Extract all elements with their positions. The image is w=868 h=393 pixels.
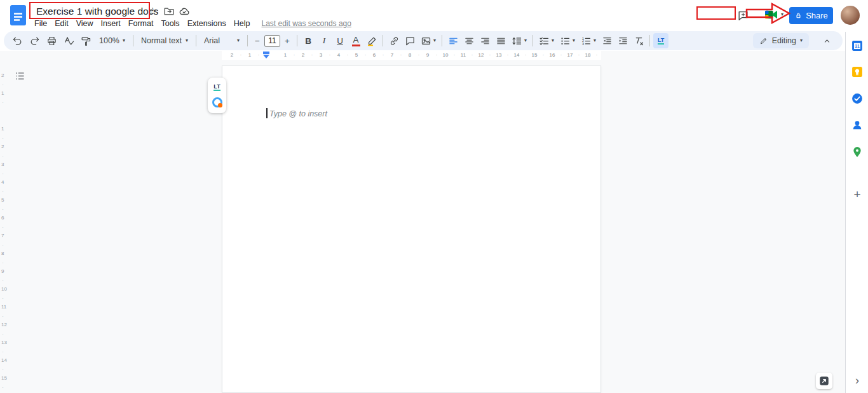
bold-button[interactable]: B <box>301 32 316 49</box>
paint-format-button[interactable] <box>78 32 94 49</box>
insert-comment-button[interactable] <box>402 32 417 49</box>
document-outline-button[interactable] <box>11 67 28 84</box>
undo-icon <box>12 36 23 46</box>
increase-indent-button[interactable] <box>615 32 630 49</box>
menu-insert[interactable]: Insert <box>97 17 125 30</box>
insert-image-button[interactable]: ▾ <box>418 32 438 49</box>
sidebar-item-contacts[interactable] <box>851 119 864 132</box>
star-icon[interactable]: ☆ <box>148 5 157 17</box>
ruler-mark: 6 <box>1 216 4 221</box>
explore-button[interactable] <box>816 373 832 389</box>
sidebar-item-keep[interactable] <box>851 66 864 78</box>
sidebar-item-maps[interactable] <box>851 146 864 158</box>
text-color-button[interactable]: A <box>348 32 363 49</box>
underline-button[interactable]: U <box>332 32 348 49</box>
align-right-button[interactable] <box>477 32 492 49</box>
menu-view[interactable]: View <box>72 17 97 30</box>
doc-title[interactable]: Exercise 1 with google docs <box>34 4 161 18</box>
ruler-mark: 7 <box>1 233 4 238</box>
align-left-button[interactable] <box>445 32 461 49</box>
ruler-mark: 7 <box>391 52 393 59</box>
lock-icon <box>794 11 803 20</box>
checklist-button[interactable]: ▾ <box>536 32 557 49</box>
line-spacing-button[interactable]: ▾ <box>509 32 529 49</box>
share-label: Share <box>806 11 828 20</box>
spellcheck-button[interactable] <box>60 32 77 49</box>
highlighter-icon <box>367 36 377 46</box>
align-center-button[interactable] <box>461 32 477 49</box>
sidebar-item-tasks[interactable] <box>851 92 864 105</box>
open-comments-button[interactable] <box>734 6 752 24</box>
ruler-mark: 14 <box>1 358 7 363</box>
svg-text:31: 31 <box>855 44 860 48</box>
bulleted-list-button[interactable]: ▾ <box>557 32 578 49</box>
align-left-icon <box>448 36 459 46</box>
ruler-tick: · <box>2 278 4 283</box>
ruler-mark: 14 <box>514 52 520 59</box>
redo-button[interactable] <box>26 32 43 49</box>
increase-indent-icon <box>618 36 628 46</box>
caret-down-icon: ▾ <box>573 38 575 43</box>
document-page[interactable]: Type @ to insert <box>222 66 601 393</box>
collapse-toolbar-button[interactable] <box>818 32 835 49</box>
decrease-font-size-button[interactable]: − <box>251 32 264 49</box>
hide-side-panel-button[interactable]: › <box>851 374 864 387</box>
move-folder-icon <box>163 6 175 17</box>
print-icon <box>46 36 57 46</box>
line-spacing-icon <box>512 36 522 46</box>
share-button[interactable]: Share <box>789 7 833 24</box>
zoom-select[interactable]: 100% ▾ <box>95 32 130 49</box>
numbered-list-button[interactable]: 123 ▾ <box>578 32 599 49</box>
italic-button[interactable]: I <box>316 32 332 49</box>
decrease-indent-button[interactable] <box>599 32 614 49</box>
undo-button[interactable] <box>9 32 25 49</box>
font-value: Arial <box>204 36 220 45</box>
menu-edit[interactable]: Edit <box>51 17 72 30</box>
first-line-indent-marker[interactable] <box>263 52 269 54</box>
ruler-mark: 2 <box>231 52 233 59</box>
toolbar-divider <box>383 35 383 46</box>
docs-logo-icon[interactable] <box>10 4 27 26</box>
languagetool-button[interactable]: LT <box>653 33 668 48</box>
ruler-tick: · <box>294 51 295 59</box>
mode-select[interactable]: Editing ▾ <box>753 33 809 48</box>
align-justify-icon <box>496 36 506 46</box>
menu-extensions[interactable]: Extensions <box>184 17 230 30</box>
bulleted-list-icon <box>560 36 571 46</box>
sidebar-item-calendar[interactable]: 31 <box>851 39 864 52</box>
ruler-tick: · <box>2 349 4 354</box>
ruler-tick: · <box>2 367 4 372</box>
indent-marker[interactable] <box>263 52 269 59</box>
menu-file[interactable]: File <box>31 17 51 30</box>
insert-link-button[interactable] <box>386 32 402 49</box>
align-justify-button[interactable] <box>493 32 508 49</box>
menu-format[interactable]: Format <box>125 17 158 30</box>
tasks-icon <box>851 92 864 105</box>
increase-font-size-button[interactable]: + <box>281 32 294 49</box>
last-edit-link[interactable]: Last edit was seconds ago <box>262 19 351 28</box>
header: Exercise 1 with google docs ☆ File Edit … <box>0 0 868 32</box>
highlight-color-button[interactable] <box>364 32 379 49</box>
font-size-input[interactable]: 11 <box>264 35 280 47</box>
languagetool-status-icon[interactable] <box>212 97 222 107</box>
keep-icon <box>851 66 864 78</box>
print-button[interactable] <box>43 32 60 49</box>
horizontal-ruler-marks[interactable]: 2·1·1·2·3·4·5·6·7·8·9·10·11·12·13·14·15·… <box>0 51 845 60</box>
chevron-up-icon <box>822 36 832 46</box>
ruler-tick: · <box>383 51 384 59</box>
languagetool-logo-icon[interactable]: LT <box>214 83 220 91</box>
calendar-icon: 31 <box>851 39 864 52</box>
paint-format-icon <box>81 36 92 46</box>
join-call-button[interactable]: ▾ <box>760 6 788 24</box>
font-select[interactable]: Arial ▾ <box>200 32 244 49</box>
styles-select[interactable]: Normal text ▾ <box>137 32 193 49</box>
languagetool-widget[interactable]: LT <box>208 78 226 113</box>
menu-tools[interactable]: Tools <box>157 17 183 30</box>
ruler-tick: · <box>2 171 4 176</box>
avatar[interactable] <box>841 6 860 25</box>
clear-formatting-button[interactable] <box>631 32 646 49</box>
text-color-bar <box>352 45 360 46</box>
menu-help[interactable]: Help <box>230 17 254 30</box>
add-addon-button[interactable]: + <box>851 188 864 201</box>
left-indent-marker[interactable] <box>263 55 269 59</box>
